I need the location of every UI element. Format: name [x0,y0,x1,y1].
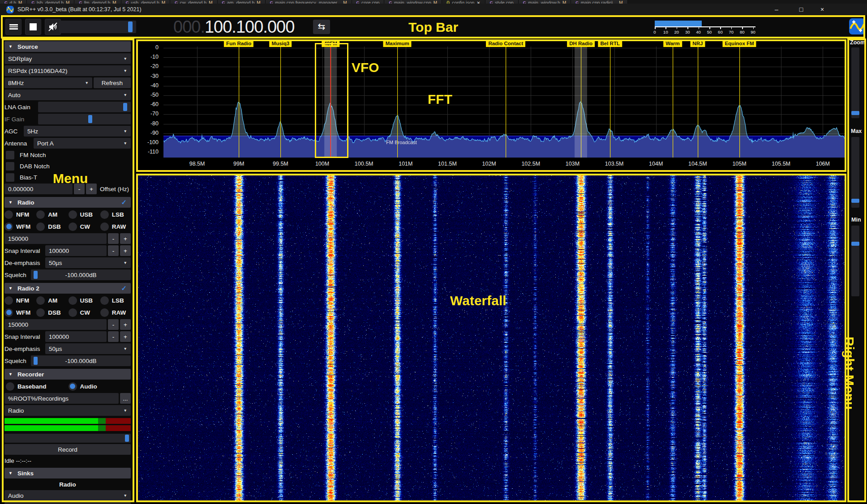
deemphasis-select[interactable]: 50µs▼ [45,257,131,268]
radio2-mode-raw[interactable]: RAW [100,307,131,318]
sinks-section-header[interactable]: ▼ Sinks [4,468,131,478]
snap-interval-input[interactable]: 100000 [45,331,107,342]
editor-tab[interactable]: Clsb_demod.hM [27,0,74,4]
editor-tab[interactable]: Cmain_window.cppM [384,0,442,4]
recorder-mode-audio[interactable]: Audio [69,381,131,392]
maximize-button[interactable]: □ [792,4,810,15]
station-label-nrj[interactable]: NRJ [690,40,705,47]
enabled-check-icon[interactable]: ✓ [121,198,127,206]
squelch-slider[interactable]: -100.000dB [31,355,131,366]
bandwidth-minus-button[interactable]: - [108,319,119,330]
offset-plus-button[interactable]: + [86,184,97,194]
radio-bandwidth-input[interactable]: 150000 [4,233,107,244]
station-label-48fm[interactable]: 48FM [322,40,339,47]
menu-button[interactable] [5,19,21,35]
radio2-bandwidth-input[interactable]: 150000 [4,319,107,330]
fft-plot-canvas[interactable] [163,39,846,158]
waterfall-canvas[interactable] [138,175,845,500]
recorder-volume-slider[interactable] [4,434,131,443]
radio2-mode-cw[interactable]: CW [69,307,99,318]
slider-handle[interactable] [851,199,859,203]
lna-gain-slider[interactable] [38,102,131,112]
stop-button[interactable] [25,19,41,35]
bandwidth-plus-button[interactable]: + [120,319,131,330]
editor-tab[interactable]: Cfm_demod.hM [74,0,121,4]
station-label-radio-contact[interactable]: Radio Contact [486,40,525,47]
offset-minus-button[interactable]: - [74,184,85,194]
editor-tab[interactable]: Cstyle.cpp [485,0,519,4]
recorder-section-header[interactable]: ▼ Recorder [4,369,131,380]
slider-handle[interactable] [125,435,129,442]
volume-slider[interactable] [59,21,136,33]
editor-tab[interactable]: Ccw_demod.hM [170,0,217,4]
enabled-check-icon[interactable]: ✓ [121,284,127,292]
record-button[interactable]: Record [4,444,131,455]
editor-tab[interactable]: Cd.hM [0,0,27,4]
station-label-dh-radio[interactable]: DH Radio [567,40,595,47]
radio2-section-header[interactable]: ▼ Radio 2 ✓ [4,283,131,294]
if-gain-slider[interactable] [38,114,131,124]
editor-tab[interactable]: {}config.json✕ [442,0,485,4]
swap-button[interactable]: ⇆ [313,20,330,34]
slider-handle[interactable] [851,111,859,115]
recorder-mode-baseband[interactable]: Baseband [6,381,67,392]
snap-plus-button[interactable]: + [120,245,131,256]
recording-path-input[interactable]: %ROOT%/Recordings [4,393,119,404]
fft-gain-slider[interactable]: 0102030405060708090 [652,21,762,35]
max-slider[interactable] [851,137,859,208]
editor-tab[interactable]: Cusb_demod.hM [121,0,170,4]
sink-type-select[interactable]: Audio▼ [4,490,131,501]
antenna-select[interactable]: Port A▼ [34,138,131,149]
station-label-bel-rtl[interactable]: Bel RTL [598,40,622,47]
radio-mode-nfm[interactable]: NFM [4,209,35,220]
editor-tab[interactable]: Cmain_window.hM [519,0,571,4]
station-label-equinox-fm[interactable]: Equinox FM [722,40,756,47]
radio-section-header[interactable]: ▼ Radio ✓ [4,197,131,208]
snap-minus-button[interactable]: - [108,245,119,256]
radio2-mode-am[interactable]: AM [36,295,67,306]
radio2-mode-wfm[interactable]: WFM [4,307,35,318]
editor-tab[interactable]: Cam_demod.hM [218,0,266,4]
dab-notch-checkbox[interactable]: DAB Notch [4,161,131,171]
snap-plus-button[interactable]: + [120,331,131,342]
radio-mode-lsb[interactable]: LSB [100,209,131,220]
station-label-fun-radio[interactable]: Fun Radio [224,40,253,47]
squelch-slider[interactable]: -100.000dB [31,269,131,280]
close-button[interactable]: × [813,4,831,15]
bandwidth-plus-button[interactable]: + [120,233,131,244]
radio2-mode-nfm[interactable]: NFM [4,295,35,306]
radio2-mode-usb[interactable]: USB [69,295,99,306]
fm-notch-checkbox[interactable]: FM Notch [4,150,131,160]
station-label-warm[interactable]: Warm [663,40,682,47]
mute-button[interactable] [45,19,61,35]
recorder-stream-select[interactable]: Radio▼ [4,405,131,416]
slider-handle[interactable] [88,115,92,123]
source-section-header[interactable]: ▼ Source [4,41,131,52]
close-icon[interactable]: ✕ [476,0,480,4]
refresh-button[interactable]: Refresh [94,77,131,88]
station-label-musiq3[interactable]: Musiq3 [270,40,292,47]
radio-mode-cw[interactable]: CW [69,221,99,232]
source-driver-select[interactable]: SDRplay▼ [4,53,131,64]
editor-tab[interactable]: Ccore.cpp [352,0,385,4]
sink-device-select[interactable]: Speakers (Realtek High Definition Audio)… [4,502,131,504]
radio-mode-raw[interactable]: RAW [100,221,131,232]
source-device-select[interactable]: RSPdx (191106DA42)▼ [4,65,131,76]
snap-minus-button[interactable]: - [108,331,119,342]
sample-rate-select[interactable]: 8MHz▼ [4,77,92,88]
min-slider[interactable] [851,226,859,296]
radio-mode-usb[interactable]: USB [69,209,99,220]
agc-select[interactable]: 5Hz▼ [24,126,131,137]
station-label-maximum[interactable]: Maximum [383,40,412,47]
titlebar[interactable]: SDR++ v0.3.0_beta (Built at 00:12:37, Ju… [0,4,867,15]
bias-t-checkbox[interactable]: Bias-T [4,172,131,182]
zoom-slider[interactable] [851,47,859,118]
radio-mode-wfm[interactable]: WFM [4,221,35,232]
bandwidth-minus-button[interactable]: - [108,233,119,244]
editor-tab[interactable]: Cmain.cpp frequency_manager...M [266,0,352,4]
minimize-button[interactable]: – [768,4,785,15]
slider-handle[interactable] [851,242,859,246]
offset-input[interactable]: 0.000000 [4,184,73,194]
deemphasis-select[interactable]: 50µs▼ [45,343,131,354]
radio-mode-dsb[interactable]: DSB [36,221,67,232]
